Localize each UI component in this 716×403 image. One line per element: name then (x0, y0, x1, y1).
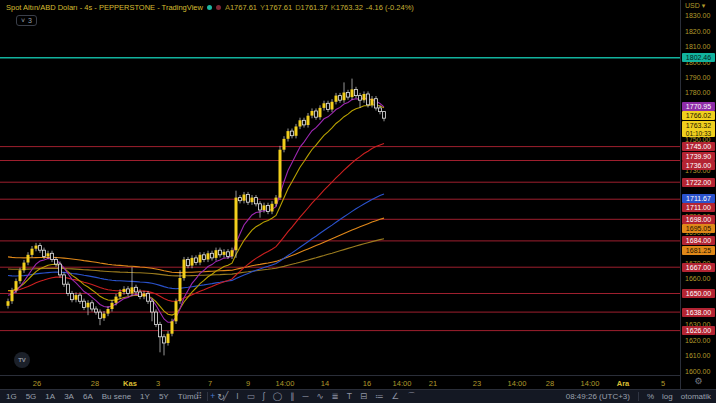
time-axis-label: 14:00 (276, 379, 295, 388)
price-axis-tick: 1620.00 (685, 336, 710, 343)
gear-icon[interactable]: ⚙ (681, 376, 716, 386)
price-axis[interactable]: USD ▾ ⚙ 1830.001820.001810.001800.001790… (680, 0, 716, 389)
time-axis-label: 3 (156, 379, 160, 388)
forecast-icon[interactable]: ≔ (375, 390, 384, 403)
time-axis-label: 14 (321, 379, 329, 388)
range-button-3a[interactable]: 3A (64, 392, 74, 401)
market-status-dot-teal (207, 5, 212, 10)
zigzag-pattern-icon[interactable]: ∿ (316, 390, 323, 403)
date-range-buttons: 1G5G1A3A6ABu sene1Y5YTümü↻ (6, 390, 225, 403)
log-scale-button[interactable]: log (662, 392, 673, 401)
range-button-1y[interactable]: 1Y (140, 392, 150, 401)
time-axis-label: 5 (661, 379, 665, 388)
price-tag: 1695.05 (682, 224, 715, 233)
time-axis-label: 9 (246, 379, 250, 388)
candle-countdown: 01:10:33 (682, 130, 715, 137)
price-tag: 1711.67 (682, 194, 715, 203)
candle-wicks (8, 79, 384, 356)
price-tag: 1681.25 (682, 246, 715, 255)
price-tag: 1736.00 (682, 161, 715, 170)
price-tag: 1650.00 (682, 289, 715, 298)
range-button-1g[interactable]: 1G (6, 392, 17, 401)
range-button-bu-sene[interactable]: Bu sene (102, 392, 131, 401)
time-axis-label: 7 (208, 379, 212, 388)
time-axis[interactable]: 2628Kas37914:00141614:00212314:002814:00… (0, 375, 680, 389)
open-value: 1767.61 (230, 3, 257, 12)
crosshair-icon[interactable]: + (210, 390, 215, 403)
tradingview-chart-window: Spot Altın/ABD Doları - 4s - PEPPERSTONE… (0, 0, 716, 403)
price-tag: 1766.02 (682, 111, 715, 120)
time-axis-label: 14:00 (581, 379, 600, 388)
trend-line-icon[interactable]: ╱ (223, 390, 228, 403)
tv-logo-icon: TV (18, 357, 26, 363)
parallel-channel-icon[interactable]: ∥ (290, 390, 294, 403)
price-axis-tick: 1820.00 (685, 27, 710, 34)
chevron-down-icon: ˅ (21, 16, 25, 25)
price-tag: 1745.00 (682, 142, 715, 151)
rectangle-icon[interactable]: ▭ (247, 390, 255, 403)
horizontal-line-icon[interactable]: ─ (302, 390, 308, 403)
brush-icon[interactable]: ʃ (263, 390, 265, 403)
low-value: 1761.37 (301, 3, 328, 12)
bars-pattern-icon[interactable]: ⊟ (360, 390, 367, 403)
price-tag: 1770.95 (682, 102, 715, 111)
curve-icon[interactable]: ⌒ (407, 390, 416, 403)
ellipse-icon[interactable]: ◯ (273, 390, 283, 403)
close-value: 1763.32 (336, 3, 363, 12)
time-axis-label: Ara (617, 379, 630, 388)
ohlc-values: A1767.61 Y1767.61 D1761.37 K1763.32 -4.1… (225, 3, 414, 12)
time-axis-label: 26 (33, 379, 41, 388)
currency-dropdown-icon: ▾ (702, 2, 706, 9)
up-candles (7, 89, 374, 343)
price-axis-tick: 1660.00 (685, 275, 710, 282)
range-button-1a[interactable]: 1A (45, 392, 55, 401)
time-axis-label: 14:00 (393, 379, 412, 388)
symbol-title[interactable]: Spot Altın/ABD Doları - 4s - PEPPERSTONE… (6, 3, 203, 12)
long-position-icon[interactable]: ≣ (332, 390, 339, 403)
time-axis-label: 21 (429, 379, 437, 388)
percent-scale-button[interactable]: % (647, 392, 654, 401)
range-button-6a[interactable]: 6A (83, 392, 93, 401)
auto-scale-button[interactable]: otomatik (681, 392, 711, 401)
bottom-bar-right: 08:49:26 (UTC+3) % log otomatik (566, 390, 711, 403)
time-axis-label: 28 (91, 379, 99, 388)
time-axis-label: Kas (123, 379, 137, 388)
hidden-indicators-badge[interactable]: ˅ 3 (16, 15, 37, 26)
candlestick-chart[interactable] (0, 0, 680, 375)
tradingview-logo[interactable]: TV (14, 352, 30, 368)
range-button-5y[interactable]: 5Y (159, 392, 169, 401)
price-axis-tick: 1790.00 (685, 74, 710, 81)
time-axis-label: 28 (546, 379, 554, 388)
clock[interactable]: 08:49:26 (UTC+3) (566, 392, 630, 401)
currency-label[interactable]: USD ▾ (685, 2, 705, 10)
price-tag: 1711.00 (682, 203, 715, 212)
chart-pane[interactable]: Spot Altın/ABD Doları - 4s - PEPPERSTONE… (0, 0, 680, 375)
high-value: 1767.61 (265, 3, 292, 12)
market-status-dot-maroon (216, 5, 221, 10)
time-axis-label: 16 (363, 379, 371, 388)
bottom-toolbar: 1G5G1A3A6ABu sene1Y5YTümü↻ ⠿+╱I▭ʃ◯∥─∿≣T⊟… (0, 389, 716, 403)
time-axis-label: 23 (473, 379, 481, 388)
trend-angle-icon[interactable]: ∠ (392, 390, 400, 403)
last-price-tag: 1763.3201:10:33 (682, 121, 715, 137)
chart-legend: Spot Altın/ABD Doları - 4s - PEPPERSTONE… (6, 3, 414, 12)
price-tag: 1722.00 (682, 178, 715, 187)
price-axis-tick: 1600.00 (685, 367, 710, 374)
price-axis-tick: 1610.00 (685, 352, 710, 359)
hidden-indicators-count: 3 (28, 16, 32, 25)
range-button-5g[interactable]: 5G (26, 392, 37, 401)
drawing-tools: ⠿+╱I▭ʃ◯∥─∿≣T⊟≔∠⌒ (196, 390, 416, 403)
price-tag: 1698.00 (682, 215, 715, 224)
text-icon[interactable]: T (347, 390, 352, 403)
change-value: -4.16 (-0.24%) (366, 3, 414, 12)
price-axis-tick: 1780.00 (685, 89, 710, 96)
price-tag: 1739.90 (682, 152, 715, 161)
price-tag: 1684.00 (682, 236, 715, 245)
vertical-line-icon[interactable]: I (236, 390, 238, 403)
price-axis-tick: 1810.00 (685, 43, 710, 50)
price-tag: 1638.00 (682, 308, 715, 317)
toolbar-grip-icon[interactable]: ⠿ (196, 390, 202, 403)
time-axis-label: 14:00 (508, 379, 527, 388)
price-tag: 1626.00 (682, 326, 715, 335)
price-tag: 1667.00 (682, 263, 715, 272)
